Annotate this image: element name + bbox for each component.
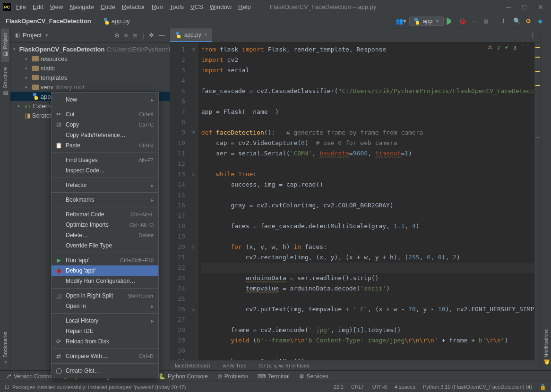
ctx-copy-path-reference-[interactable]: Copy Path/Reference… — [52, 130, 158, 140]
select-opened-file-icon[interactable]: ⊕ — [114, 32, 120, 39]
run-button[interactable] — [447, 17, 454, 25]
ctx-open-in[interactable]: Open In▸ — [52, 301, 158, 311]
menu-navigate[interactable]: Navigate — [69, 3, 94, 10]
code-content[interactable]: from flask import Flask, render_template… — [198, 43, 534, 360]
bottom-tool-version-control[interactable]: ⎇Version Control — [5, 373, 52, 380]
indent-info[interactable]: 4 spaces — [395, 384, 415, 390]
ctx-repair-ide[interactable]: Repair IDE — [52, 326, 158, 336]
chevron-down-icon[interactable]: ▼ — [44, 33, 49, 38]
prev-highlight-icon[interactable]: ˆ — [521, 45, 523, 51]
update-button[interactable]: ⬇ — [501, 17, 508, 25]
run-configuration-selector[interactable]: app ▼ — [409, 17, 444, 26]
menu-run[interactable]: Run — [152, 3, 163, 10]
breadcrumb-file[interactable]: app.py — [103, 17, 130, 25]
stop-button[interactable]: ◼ — [483, 17, 491, 25]
right-tool-stripe: 🔔Notifications — [541, 28, 551, 370]
bottom-tool-services[interactable]: ⚙Services — [299, 373, 328, 380]
code-editor[interactable]: 1234567891011121314151617181920212223242… — [170, 43, 541, 360]
hide-tool-window-icon[interactable]: — — [159, 32, 165, 39]
ctx-optimize-imports[interactable]: Optimize ImportsCtrl+Alt+O — [52, 220, 158, 230]
expand-all-icon[interactable]: ≡ — [124, 32, 128, 39]
status-bar: ☐ Packages installed successfully: Insta… — [0, 382, 551, 392]
editor-crumb[interactable]: while True — [223, 363, 246, 368]
file-encoding[interactable]: UTF-8 — [372, 384, 387, 390]
error-stripe[interactable] — [534, 43, 541, 360]
minimize-button[interactable]: ─ — [507, 3, 511, 11]
tool-tab-bookmarks[interactable]: ☆Bookmarks — [1, 327, 9, 370]
ctx-delete-[interactable]: Delete…Delete — [52, 230, 158, 240]
tool-tab-structure[interactable]: ▤Structure — [1, 62, 9, 101]
ctx-run-app-[interactable]: ▶Run 'app'Ctrl+Shift+F10 — [52, 255, 158, 265]
editor-breadcrumbs[interactable]: faceDetection()〉while True〉for (x, y, w,… — [170, 360, 541, 370]
ctx-reload-from-disk[interactable]: ⟳Reload from Disk — [52, 336, 158, 347]
line-separator[interactable]: CRLF — [351, 384, 365, 390]
menu-edit[interactable]: Edit — [33, 3, 43, 10]
add-configuration-icon[interactable]: 👥▾ — [396, 17, 406, 25]
chevron-down-icon: ▼ — [435, 19, 439, 24]
context-menu: New▸✂CutCtrl+X⿻CopyCtrl+CCopy Path/Refer… — [51, 92, 159, 378]
fold-gutter[interactable]: ⊟⊟⊟⊟⊟ — [191, 43, 198, 360]
file-tab-app-py[interactable]: app.py × — [170, 28, 212, 42]
ctx-new[interactable]: New▸ — [52, 94, 158, 105]
tree-item-venv[interactable]: ▸venv library root — [10, 82, 170, 92]
line-number-gutter[interactable]: 1234567891011121314151617181920212223242… — [170, 43, 191, 360]
tool-tab-project[interactable]: ◧Project — [1, 28, 9, 62]
menu-help[interactable]: Help — [238, 3, 251, 10]
caret-position[interactable]: 22:1 — [334, 384, 344, 390]
menu-vcs[interactable]: VCS — [190, 3, 203, 10]
next-highlight-icon[interactable]: ˇ — [528, 45, 530, 51]
ctx-bookmarks[interactable]: Bookmarks▸ — [52, 195, 158, 205]
ctx-inspect-code-[interactable]: Inspect Code… — [52, 165, 158, 176]
project-view-icon: ◧ — [15, 32, 20, 38]
project-tool-header: ◧ Project ▼ ⊕ ≡ ≣ | ✲ — — [10, 28, 170, 43]
title-bar: PC FileEditViewNavigateCodeRefactorRunTo… — [0, 0, 551, 14]
menu-view[interactable]: View — [50, 3, 63, 10]
search-everywhere-button[interactable]: 🔍 — [513, 17, 521, 25]
menu-window[interactable]: Window — [210, 3, 232, 10]
ctx-override-file-type[interactable]: Override File Type — [52, 240, 158, 251]
ctx-compare-with-[interactable]: ⇄Compare With…Ctrl+D — [52, 351, 158, 361]
settings-icon[interactable]: ✲ — [149, 32, 154, 39]
learn-button[interactable]: ◆ — [538, 17, 545, 25]
ctx-paste[interactable]: 📋PasteCtrl+V — [52, 140, 158, 151]
project-view-title[interactable]: Project — [23, 32, 42, 39]
bottom-tool-python-console[interactable]: 🐍Python Console — [158, 373, 208, 380]
debug-button[interactable]: 🐞 — [459, 17, 466, 25]
tree-item-static[interactable]: ▸static — [10, 63, 170, 73]
warning-icon: ⚠ — [488, 44, 492, 51]
maximize-button[interactable]: □ — [523, 3, 526, 11]
interpreter-info[interactable]: Python 3.10 (FlaskOpenCV_FaceDetection) … — [423, 384, 532, 390]
tool-tab-notifications[interactable]: 🔔Notifications — [542, 324, 550, 370]
ctx-cut[interactable]: ✂CutCtrl+X — [52, 109, 158, 119]
menu-code[interactable]: Code — [101, 3, 115, 10]
bottom-tool-problems[interactable]: ⊘Problems — [217, 373, 249, 380]
collapse-all-icon[interactable]: ≣ — [132, 32, 138, 39]
menu-file[interactable]: File — [16, 3, 26, 10]
ctx-open-in-right-split[interactable]: ◫Open in Right SplitShift+Enter — [52, 290, 158, 301]
close-button[interactable]: ✕ — [538, 3, 543, 11]
ctx-modify-run-configuration-[interactable]: Modify Run Configuration… — [52, 276, 158, 286]
more-run-icon[interactable]: ⋯ — [471, 17, 479, 25]
tree-item-templates[interactable]: ▸templates — [10, 73, 170, 82]
editor-crumb[interactable]: for (x, y, w, h) in faces — [259, 363, 310, 368]
editor-tab-options[interactable]: ⋮ — [530, 32, 541, 39]
breadcrumb-project[interactable]: FlaskOpenCV_FaceDetection — [6, 17, 91, 25]
menu-refactor[interactable]: Refactor — [122, 3, 145, 10]
ctx-debug-app-[interactable]: 🐞Debug 'app' — [52, 265, 158, 276]
tree-root[interactable]: ▾ FlaskOpenCV_FaceDetection C:\Users\Eri… — [10, 44, 170, 54]
status-icon[interactable]: ☐ — [5, 384, 9, 390]
ctx-create-gist-[interactable]: ◯Create Gist… — [52, 366, 158, 376]
ctx-copy[interactable]: ⿻CopyCtrl+C — [52, 119, 158, 130]
ide-settings-button[interactable]: ⚙ — [525, 17, 533, 25]
close-tab-icon[interactable]: × — [204, 32, 207, 38]
readonly-toggle-icon[interactable]: 🔒 — [540, 384, 546, 390]
ctx-refactor[interactable]: Refactor▸ — [52, 180, 158, 190]
tree-item-resources[interactable]: ▸resources — [10, 54, 170, 63]
bottom-tool-terminal[interactable]: ⌨Terminal — [258, 373, 289, 380]
inspection-widget[interactable]: ⚠7 ✔3 ˆ ˇ — [488, 44, 530, 51]
editor-crumb[interactable]: faceDetection() — [175, 363, 210, 368]
menu-tools[interactable]: Tools — [170, 3, 184, 10]
ctx-find-usages[interactable]: Find UsagesAlt+F7 — [52, 155, 158, 165]
ctx-local-history[interactable]: Local History▸ — [52, 315, 158, 326]
ctx-reformat-code[interactable]: Reformat CodeCtrl+Alt+L — [52, 209, 158, 220]
